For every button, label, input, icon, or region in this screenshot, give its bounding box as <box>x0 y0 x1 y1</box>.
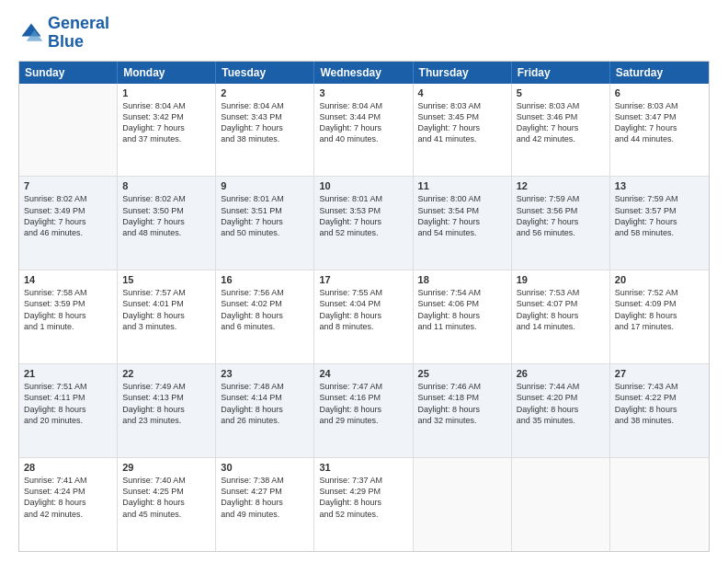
cal-cell: 10Sunrise: 8:01 AMSunset: 3:53 PMDayligh… <box>314 177 413 270</box>
cal-cell: 25Sunrise: 7:46 AMSunset: 4:18 PMDayligh… <box>414 364 512 457</box>
cal-cell <box>610 458 709 551</box>
cell-line: and 1 minute. <box>24 321 112 332</box>
day-number: 23 <box>221 368 309 379</box>
cal-cell: 26Sunrise: 7:44 AMSunset: 4:20 PMDayligh… <box>512 364 610 457</box>
cell-line: Daylight: 8 hours <box>221 310 309 321</box>
cal-header-sunday: Sunday <box>19 62 118 84</box>
day-number: 29 <box>122 462 210 473</box>
cal-cell <box>414 458 512 551</box>
cell-line: Sunset: 4:11 PM <box>24 392 112 403</box>
cal-cell: 5Sunrise: 8:03 AMSunset: 3:46 PMDaylight… <box>512 84 610 177</box>
cell-line: Sunset: 3:43 PM <box>221 111 309 122</box>
day-number: 11 <box>418 180 506 191</box>
cell-line: Sunset: 4:24 PM <box>24 486 112 497</box>
cell-line: Daylight: 8 hours <box>122 497 210 508</box>
calendar-header-row: SundayMondayTuesdayWednesdayThursdayFrid… <box>19 62 709 84</box>
cell-line: Sunrise: 7:55 AM <box>319 287 407 298</box>
cell-line: Sunrise: 7:53 AM <box>517 287 605 298</box>
day-number: 27 <box>615 368 704 379</box>
cell-line: Daylight: 8 hours <box>319 404 407 415</box>
cell-line: and 44 minutes. <box>615 133 704 144</box>
cal-header-wednesday: Wednesday <box>314 62 413 84</box>
cal-cell: 11Sunrise: 8:00 AMSunset: 3:54 PMDayligh… <box>414 177 512 270</box>
cell-line: and 37 minutes. <box>122 133 210 144</box>
cal-cell: 20Sunrise: 7:52 AMSunset: 4:09 PMDayligh… <box>610 270 709 363</box>
cell-line: Sunset: 3:44 PM <box>319 111 407 122</box>
cell-line: Daylight: 8 hours <box>24 310 112 321</box>
cell-line: Sunrise: 7:43 AM <box>615 381 704 392</box>
cal-cell: 8Sunrise: 8:02 AMSunset: 3:50 PMDaylight… <box>118 177 216 270</box>
cell-line: Sunrise: 7:59 AM <box>615 193 704 204</box>
cell-line: Sunset: 3:53 PM <box>319 205 407 216</box>
cell-line: Daylight: 7 hours <box>221 122 309 133</box>
cell-line: Daylight: 8 hours <box>319 497 407 508</box>
cell-line: Sunrise: 7:54 AM <box>418 287 506 298</box>
cal-cell: 29Sunrise: 7:40 AMSunset: 4:25 PMDayligh… <box>118 458 216 551</box>
cal-cell: 9Sunrise: 8:01 AMSunset: 3:51 PMDaylight… <box>216 177 314 270</box>
cell-line: Daylight: 7 hours <box>319 122 407 133</box>
cell-line: Daylight: 7 hours <box>221 216 309 227</box>
cell-line: Daylight: 8 hours <box>418 404 506 415</box>
cal-cell: 22Sunrise: 7:49 AMSunset: 4:13 PMDayligh… <box>118 364 216 457</box>
cal-row-3: 21Sunrise: 7:51 AMSunset: 4:11 PMDayligh… <box>19 364 709 458</box>
day-number: 15 <box>122 274 210 285</box>
cell-line: and 29 minutes. <box>319 415 407 426</box>
cal-cell: 6Sunrise: 8:03 AMSunset: 3:47 PMDaylight… <box>610 84 709 177</box>
cell-line: Sunrise: 7:59 AM <box>517 193 605 204</box>
cell-line: Sunrise: 7:47 AM <box>319 381 407 392</box>
cell-line: Daylight: 8 hours <box>24 404 112 415</box>
cal-cell: 2Sunrise: 8:04 AMSunset: 3:43 PMDaylight… <box>216 84 314 177</box>
cell-line: Sunrise: 7:57 AM <box>122 287 210 298</box>
cal-cell: 21Sunrise: 7:51 AMSunset: 4:11 PMDayligh… <box>19 364 118 457</box>
cell-line: Sunset: 4:14 PM <box>221 392 309 403</box>
cell-line: Sunrise: 7:44 AM <box>517 381 605 392</box>
day-number: 12 <box>517 180 605 191</box>
day-number: 24 <box>319 368 407 379</box>
day-number: 10 <box>319 180 407 191</box>
cal-cell: 12Sunrise: 7:59 AMSunset: 3:56 PMDayligh… <box>512 177 610 270</box>
day-number: 22 <box>122 368 210 379</box>
cal-header-friday: Friday <box>512 62 610 84</box>
cell-line: Sunrise: 8:00 AM <box>418 193 506 204</box>
cell-line: and 3 minutes. <box>122 321 210 332</box>
cell-line: Sunrise: 7:41 AM <box>24 475 112 486</box>
day-number: 28 <box>24 462 112 473</box>
day-number: 8 <box>122 180 210 191</box>
cell-line: Sunrise: 7:46 AM <box>418 381 506 392</box>
cell-line: and 48 minutes. <box>122 227 210 238</box>
cal-cell: 31Sunrise: 7:37 AMSunset: 4:29 PMDayligh… <box>314 458 413 551</box>
cell-line: Daylight: 8 hours <box>615 404 704 415</box>
cell-line: Sunset: 4:27 PM <box>221 486 309 497</box>
cell-line: and 32 minutes. <box>418 415 506 426</box>
cell-line: Sunrise: 7:37 AM <box>319 475 407 486</box>
cell-line: Sunset: 3:51 PM <box>221 205 309 216</box>
cell-line: Sunrise: 7:52 AM <box>615 287 704 298</box>
cell-line: Sunrise: 7:38 AM <box>221 475 309 486</box>
day-number: 13 <box>615 180 704 191</box>
cell-line: Sunrise: 8:03 AM <box>517 100 605 111</box>
day-number: 18 <box>418 274 506 285</box>
cell-line: Daylight: 7 hours <box>418 122 506 133</box>
cell-line: and 20 minutes. <box>24 415 112 426</box>
cell-line: and 54 minutes. <box>418 227 506 238</box>
day-number: 1 <box>122 87 210 98</box>
cell-line: Daylight: 8 hours <box>122 404 210 415</box>
cell-line: Sunset: 4:29 PM <box>319 486 407 497</box>
cell-line: Daylight: 8 hours <box>122 310 210 321</box>
cell-line: and 11 minutes. <box>418 321 506 332</box>
cell-line: Sunset: 3:49 PM <box>24 205 112 216</box>
cell-line: Daylight: 7 hours <box>122 216 210 227</box>
cal-header-monday: Monday <box>118 62 216 84</box>
cal-cell: 4Sunrise: 8:03 AMSunset: 3:45 PMDaylight… <box>414 84 512 177</box>
cell-line: Daylight: 7 hours <box>615 122 704 133</box>
cell-line: Daylight: 8 hours <box>418 310 506 321</box>
cell-line: Daylight: 8 hours <box>517 310 605 321</box>
cell-line: and 49 minutes. <box>221 509 309 520</box>
cell-line: Sunset: 4:06 PM <box>418 298 506 309</box>
cell-line: Daylight: 7 hours <box>122 122 210 133</box>
day-number: 16 <box>221 274 309 285</box>
cell-line: Sunset: 4:18 PM <box>418 392 506 403</box>
day-number: 2 <box>221 87 309 98</box>
day-number: 14 <box>24 274 112 285</box>
cell-line: and 45 minutes. <box>122 509 210 520</box>
